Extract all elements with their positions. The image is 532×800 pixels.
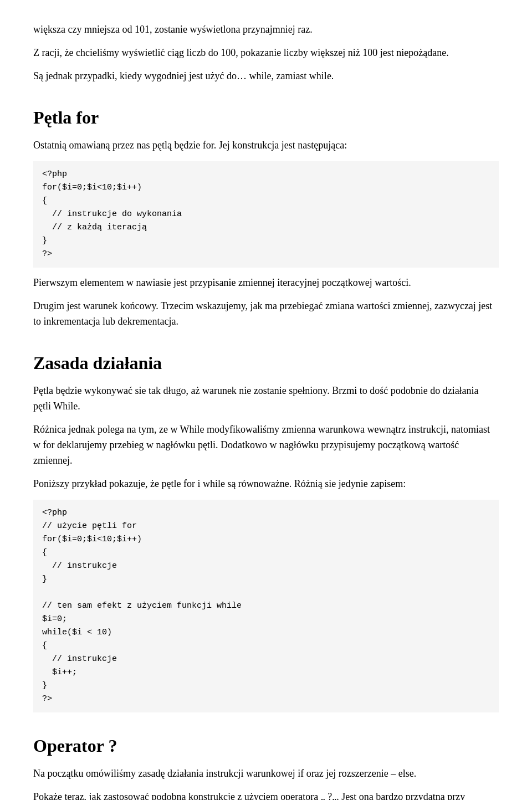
section-operator-heading: Operator ? — [33, 732, 499, 760]
zasada-code-block: <?php // użycie pętli for for($i=0;$i<10… — [33, 500, 499, 712]
zasada-p2: Różnica jednak polega na tym, ze w While… — [33, 422, 499, 469]
operator-p1: Na początku omówiliśmy zasadę działania … — [33, 766, 499, 782]
for-code-block: <?php for($i=0;$i<10;$i++) { // instrukc… — [33, 161, 499, 268]
for-p2: Pierwszym elementem w nawiasie jest przy… — [33, 275, 499, 291]
section-zasada-heading: Zasada działania — [33, 350, 499, 377]
zasada-p1: Pętla będzie wykonywać sie tak długo, aż… — [33, 383, 499, 414]
zasada-p3: Poniższy przykład pokazuje, że pętle for… — [33, 476, 499, 492]
for-p1: Ostatnią omawianą przez nas pętlą będzie… — [33, 138, 499, 153]
intro-p1: większa czy mniejsza od 101, zostanie wy… — [33, 22, 499, 38]
for-p3: Drugim jest warunek końcowy. Trzecim wsk… — [33, 299, 499, 330]
intro-p3: Są jednak przypadki, kiedy wygodniej jes… — [33, 69, 499, 84]
section-for-heading: Pętla for — [33, 104, 499, 132]
operator-p2: Pokażę teraz, jak zastosować podobną kon… — [33, 789, 499, 800]
page-content: większa czy mniejsza od 101, zostanie wy… — [33, 22, 499, 800]
intro-p2: Z racji, że chcieliśmy wyświetlić ciąg l… — [33, 45, 499, 61]
